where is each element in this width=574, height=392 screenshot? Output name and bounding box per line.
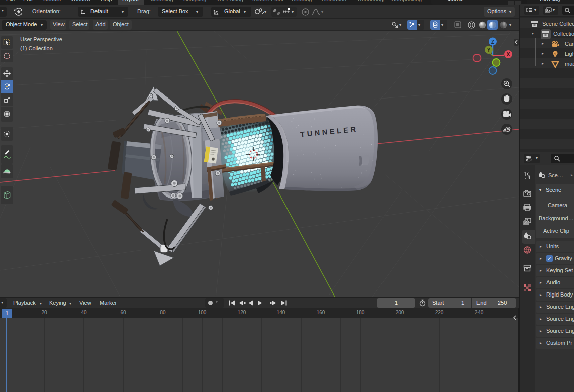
- svg-text:Z: Z: [491, 39, 495, 45]
- svg-text:Y: Y: [487, 47, 490, 53]
- svg-text:X: X: [506, 51, 510, 57]
